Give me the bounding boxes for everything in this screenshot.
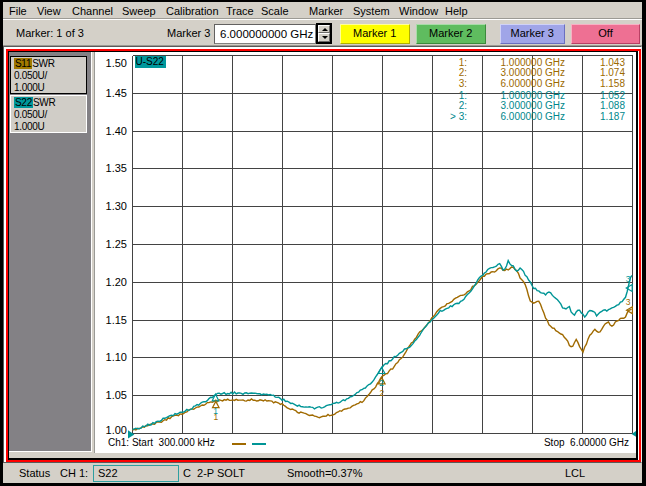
svg-text:1: 1 <box>213 412 218 422</box>
svg-text:2: 2 <box>379 388 384 398</box>
svg-text:2: 2 <box>379 378 384 388</box>
svg-text:3: 3 <box>626 297 631 307</box>
svg-text:3: 3 <box>626 274 631 284</box>
